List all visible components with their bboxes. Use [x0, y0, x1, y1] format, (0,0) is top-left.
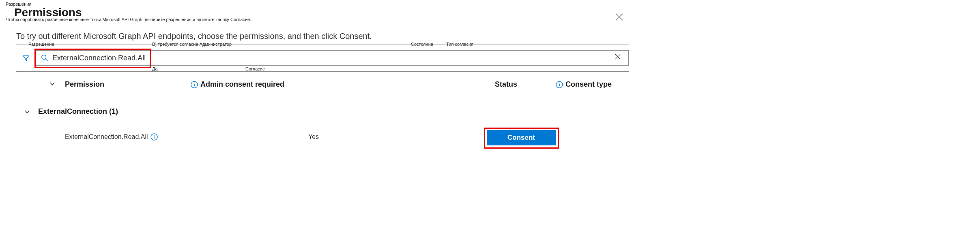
page-title: Permissions — [14, 6, 82, 19]
col-consent-type[interactable]: Consent type — [556, 80, 612, 89]
col-consent-type-label: Consent type — [565, 80, 612, 89]
consent-button[interactable]: Consent — [487, 130, 556, 145]
col-permission-label: Permission — [65, 80, 104, 89]
search-icon — [40, 53, 49, 62]
clear-search-icon[interactable] — [615, 53, 623, 62]
search-box[interactable] — [36, 50, 629, 66]
divider — [16, 71, 629, 72]
info-icon — [191, 81, 198, 88]
permission-name: ExternalConnection.Read.All — [65, 133, 148, 141]
group-label: ExternalConnection (1) — [38, 107, 118, 116]
chevron-down-icon — [49, 80, 56, 87]
col-status[interactable]: Status — [495, 80, 517, 89]
permission-group[interactable]: ExternalConnection (1) — [16, 107, 629, 116]
overlay-col-status-ru: Состояние — [411, 42, 433, 47]
col-permission[interactable]: Permission — [65, 80, 104, 89]
info-icon[interactable] — [150, 133, 158, 141]
page-subtitle: To try out different Microsoft Graph API… — [16, 32, 372, 41]
chevron-down-icon — [24, 108, 31, 115]
table-row: ExternalConnection.Read.All Yes Consent — [16, 128, 629, 146]
admin-consent-value: Yes — [308, 133, 319, 141]
svg-point-10 — [154, 135, 155, 136]
col-status-label: Status — [495, 80, 517, 89]
col-admin-label: Admin consent required — [200, 80, 284, 89]
consent-button-label: Consent — [507, 134, 535, 142]
search-input[interactable] — [52, 54, 615, 62]
overlay-col-permission-ru: Разрешение — [28, 42, 54, 47]
overlay-col-consent-type-ru: Тип согласия — [446, 42, 473, 47]
column-headers: Permission Admin consent required Status… — [16, 80, 629, 95]
overlay-yes-ru: Да — [152, 66, 158, 71]
overlay-col-admin-ru: B) требуется согласие Администратор — [152, 42, 232, 47]
close-icon[interactable] — [615, 12, 624, 22]
filter-icon[interactable] — [20, 52, 32, 64]
admin-consent-cell: Yes — [308, 133, 319, 141]
search-row — [16, 50, 629, 66]
divider — [16, 45, 629, 45]
svg-line-1 — [46, 59, 48, 61]
col-admin-consent[interactable]: Admin consent required — [191, 80, 284, 89]
permission-name-cell: ExternalConnection.Read.All — [65, 133, 158, 141]
info-icon — [556, 81, 563, 88]
svg-point-7 — [559, 83, 560, 83]
sort-toggle[interactable] — [49, 80, 56, 87]
overlay-consent-ru: Согласие — [245, 66, 265, 71]
svg-point-0 — [42, 55, 46, 60]
svg-point-4 — [194, 83, 195, 83]
